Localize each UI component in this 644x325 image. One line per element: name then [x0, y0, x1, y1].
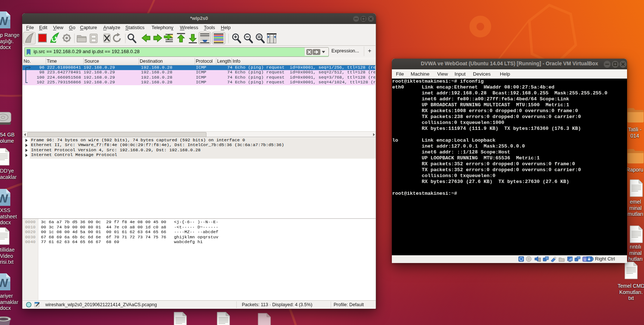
svg-text:W: W: [0, 276, 8, 290]
svg-text:W: W: [0, 14, 8, 28]
svg-text:U: U: [584, 257, 586, 261]
svg-text:W: W: [0, 192, 8, 205]
